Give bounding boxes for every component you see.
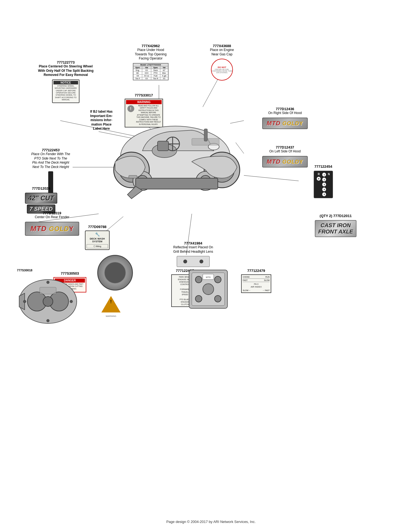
deck-wash-sticker: 🔧 DECK WASHSYSTEM ⬡ fitting [85,231,110,250]
part-777S30018: 777S30018 [14,269,36,272]
svg-point-42 [43,297,53,306]
sticker-panel: CHOKE RUN FAST SLOW PA IIAIR INDEX SLOW … [241,274,271,293]
part-777122454: 777122454 R R 1 2 3 4 5 [301,164,345,198]
mtd-logo-rear: MTD GOLDY [25,222,79,236]
cast-iron-badge: CAST IRON FRONT AXLE [315,220,356,237]
svg-point-43 [47,281,49,284]
shift-pattern: R R 1 2 3 4 5 N [314,171,333,198]
svg-rect-31 [204,129,207,141]
svg-point-53 [215,295,221,302]
svg-text:MTD: MTD [206,276,211,278]
part-777D12437: 777D12437 On Left Side Of Hood MTD GOLDY [258,145,312,167]
deck-circle [97,255,133,291]
part-777D12024: 777D12024 42" CUT 7 SPEED [14,186,68,214]
part-777X41984: 777X41984 Reflective Insert Placed OnGri… [162,241,225,267]
engine-panel-svg: MTD [188,269,229,312]
svg-point-52 [195,295,202,302]
warning-triangle-sticker: ! WARNING [101,296,121,317]
part-777D09788: 777D09788 🔧 DECK WASHSYSTEM ⬡ fitting [77,225,118,250]
mtd-logo-right: MTD GOLDY [262,118,307,129]
svg-rect-32 [158,141,169,151]
svg-point-45 [23,300,26,303]
side-deck-view [93,255,137,292]
mower-svg [88,85,263,217]
part-777X42962: 777X42962 Place Under HoodTowards Top Op… [126,44,175,81]
svg-point-44 [47,319,49,322]
mtd-logo-left: MTD GOLDY [262,156,307,167]
engine-panel-illustration: MTD [188,269,229,314]
notice-body: STEERING WHEEL MOUNTING HARDWARE UNDER C… [53,84,78,102]
deck-svg [16,274,79,329]
part-777D12011: (QTY 2) 777D12011 CAST IRON FRONT AXLE [301,214,370,237]
part-777X43688: 777X43688 Place on EngineNear Gas Cap DO… [197,44,247,81]
diagram-area: 777122773 Place Centered On Steering Whe… [5,5,406,513]
part-777122479: 777122479 CHOKE RUN FAST SLOW PA IIAIR I… [234,269,278,293]
cut-badge: 42" CUT [25,193,57,204]
svg-point-50 [195,276,202,283]
page-footer: Page design © 2004-2017 by ARI Network S… [5,520,411,524]
svg-rect-47 [40,287,56,294]
page-container: 777122773 Place Centered On Steering Whe… [0,0,411,532]
deck-illustration [16,274,79,330]
part-777D12436: 777D12436 On Right Side Of Hood MTD GOLD… [258,107,312,129]
mower-illustration [88,85,263,218]
reflective-insert [177,256,210,267]
svg-rect-33 [129,175,137,178]
svg-point-46 [70,300,73,303]
notice-header: NOTICE [53,81,78,84]
notice-sticker: NOTICE STEERING WHEEL MOUNTING HARDWARE … [52,79,79,103]
svg-rect-28 [136,178,218,189]
svg-point-51 [215,276,221,283]
svg-point-54 [203,284,214,295]
table-sticker-777X42962: Model: LT42777XXXXX SpecValSpecVal Eng.X… [133,63,169,80]
do-not-sticker: DO NOT USE E85 OR FUEL CONTAINING MORE T… [211,59,233,81]
